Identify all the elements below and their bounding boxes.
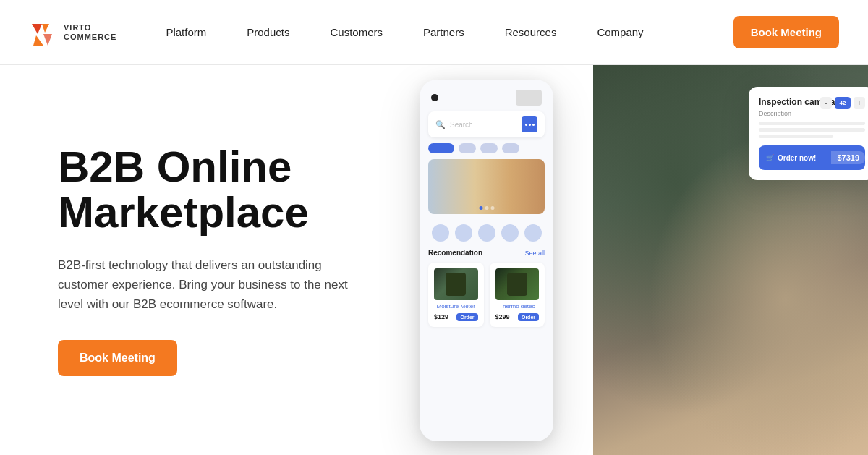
order-now-price: $7319 <box>831 151 865 164</box>
order-now-left: 🛒 Order now! <box>759 154 816 162</box>
rec-item-2: Thermo detec $299 Order <box>490 263 545 327</box>
cart-icon: 🛒 <box>766 154 774 161</box>
desc-line-3 <box>759 135 833 138</box>
see-all-link[interactable]: See all <box>524 250 545 257</box>
thermo-detector-price: $299 <box>495 313 510 320</box>
category-circle-4[interactable] <box>501 224 519 242</box>
phone-banner <box>428 159 545 214</box>
thermo-detector-price-row: $299 Order <box>495 313 540 321</box>
desc-line-1 <box>759 122 865 125</box>
category-circle-1[interactable] <box>432 224 449 242</box>
svg-marker-0 <box>32 24 42 34</box>
thermo-detector-name: Thermo detec <box>495 303 540 310</box>
phone-mockup: 🔍 Search <box>420 80 553 441</box>
phone-search-icon: 🔍 <box>435 120 446 129</box>
product-counter: - 42 + <box>820 97 865 109</box>
phone-tag-2[interactable] <box>480 143 498 153</box>
category-circle-2[interactable] <box>455 224 472 242</box>
banner-dot-2 <box>485 206 488 210</box>
thermo-detector-image <box>495 268 540 300</box>
product-description-lines <box>759 122 865 138</box>
order-now-button[interactable]: 🛒 Order now! $7319 <box>759 145 865 170</box>
product-card-overlay: Inspection cameras - 42 + Description 🛒 … <box>749 87 868 180</box>
phone-recommendation-section: Recomendation See all Moisture Meter $12… <box>420 249 553 327</box>
moisture-meter-price-row: $129 Order <box>434 313 478 321</box>
hero-text-area: B2B Online Marketplace B2B-first technol… <box>58 144 405 377</box>
banner-dot-3 <box>490 206 494 210</box>
logo-text: VIRTO COMMERCE <box>64 23 116 41</box>
phone-tag-1[interactable] <box>459 143 476 153</box>
nav-item-products[interactable]: Products <box>226 26 310 38</box>
nav-item-partners[interactable]: Partners <box>403 26 485 38</box>
recommendation-title: Recomendation <box>428 249 482 257</box>
desc-line-2 <box>759 128 865 132</box>
phone-category-circles <box>420 221 553 249</box>
rec-item-1: Moisture Meter $129 Order <box>428 263 484 327</box>
hero-section: B2B Online Marketplace B2B-first technol… <box>0 65 868 455</box>
phone-rect-icon <box>516 90 542 106</box>
phone-tag-active[interactable] <box>428 143 454 153</box>
thermo-detector-order-button[interactable]: Order <box>518 313 539 321</box>
product-description-label: Description <box>759 110 865 117</box>
moisture-meter-price: $129 <box>434 313 448 320</box>
nav-item-customers[interactable]: Customers <box>310 26 403 38</box>
hero-title: B2B Online Marketplace <box>58 144 405 235</box>
nav-item-platform[interactable]: Platform <box>145 26 226 38</box>
phone-filter-tags <box>420 143 553 159</box>
phone-dot-icon <box>431 94 438 101</box>
hero-description: B2B-first technology that delivers an ou… <box>58 255 362 315</box>
header-book-meeting-button[interactable]: Book Meeting <box>733 16 839 48</box>
main-nav: Platform Products Customers Partners Res… <box>145 26 733 38</box>
counter-plus-button[interactable]: + <box>854 97 865 109</box>
recommendation-items: Moisture Meter $129 Order Thermo detec $… <box>428 263 545 327</box>
counter-value: 42 <box>835 97 851 109</box>
nav-item-company[interactable]: Company <box>576 26 663 38</box>
phone-search-button[interactable] <box>522 116 537 132</box>
svg-marker-1 <box>42 24 49 33</box>
hero-book-meeting-button[interactable]: Book Meeting <box>58 340 177 376</box>
filter-icon <box>525 124 535 126</box>
nav-item-resources[interactable]: Resources <box>485 26 577 38</box>
hero-visuals: 🔍 Search <box>405 65 868 455</box>
phone-banner-dots <box>479 206 494 210</box>
category-circle-3[interactable] <box>478 224 495 242</box>
phone-top-bar <box>420 80 553 111</box>
recommendation-header: Recomendation See all <box>428 249 545 257</box>
moisture-meter-name: Moisture Meter <box>434 303 478 310</box>
counter-minus-button[interactable]: - <box>820 97 832 109</box>
banner-dot-1 <box>479 206 482 210</box>
order-now-label: Order now! <box>778 154 816 162</box>
tool-icon-1 <box>446 273 466 296</box>
svg-marker-3 <box>43 34 52 46</box>
phone-search-placeholder: Search <box>450 121 473 129</box>
phone-search-bar[interactable]: 🔍 Search <box>428 111 545 137</box>
svg-marker-2 <box>33 35 43 46</box>
moisture-meter-image <box>434 268 478 300</box>
category-circle-5[interactable] <box>524 224 542 242</box>
moisture-meter-order-button[interactable]: Order <box>456 313 477 321</box>
virtocommerce-logo-icon <box>29 18 58 47</box>
tool-icon-2 <box>507 273 527 296</box>
phone-tag-3[interactable] <box>502 143 519 153</box>
header: VIRTO COMMERCE Platform Products Custome… <box>0 0 868 65</box>
logo[interactable]: VIRTO COMMERCE <box>29 18 116 47</box>
